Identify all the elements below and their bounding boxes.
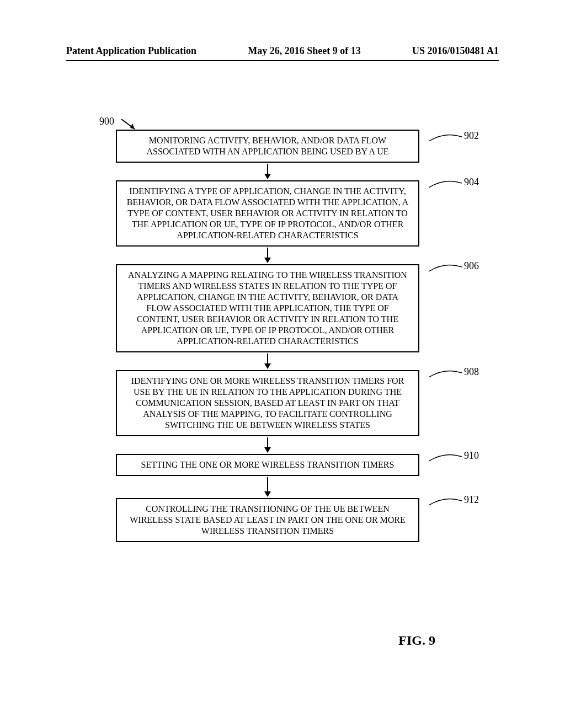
flow-step-text: ANALYZING A MAPPING RELATING TO THE WIRE… [128, 270, 407, 346]
callout-number: 908 [464, 366, 479, 377]
header-center: May 26, 2016 Sheet 9 of 13 [248, 45, 360, 57]
flow-step-908: IDENTIFYING ONE OR MORE WIRELESS TRANSIT… [116, 370, 419, 436]
callout-line-906: 906 [429, 260, 479, 272]
callout-line-902: 902 [429, 130, 479, 142]
flow-step-904: IDENTIFYING A TYPE OF APPLICATION, CHANG… [116, 180, 419, 247]
flow-connector [116, 248, 419, 263]
flow-connector [116, 437, 419, 453]
flow-step-910: SETTING THE ONE OR MORE WIRELESS TRANSIT… [116, 454, 419, 476]
flow-connector [116, 354, 419, 369]
flow-step-text: SETTING THE ONE OR MORE WIRELESS TRANSIT… [141, 460, 395, 469]
svg-marker-5 [264, 258, 271, 263]
flow-step-906: ANALYZING A MAPPING RELATING TO THE WIRE… [116, 264, 419, 352]
callout-line-904: 904 [429, 176, 479, 189]
callout-number: 910 [464, 450, 479, 461]
flow-step-902: MONITORING ACTIVITY, BEHAVIOR, AND/OR DA… [116, 130, 419, 163]
flow-step-text: MONITORING ACTIVITY, BEHAVIOR, AND/OR DA… [146, 136, 388, 156]
figure-reference-label: 900 [99, 116, 114, 127]
page: Patent Application Publication May 26, 2… [0, 0, 565, 728]
header-left: Patent Application Publication [66, 45, 196, 57]
callout-number: 904 [464, 176, 479, 188]
callout-number: 902 [464, 130, 479, 141]
figure-caption: FIG. 9 [398, 633, 435, 648]
svg-marker-7 [264, 363, 271, 369]
flow-connector [116, 477, 419, 497]
callout-line-912: 912 [429, 494, 479, 506]
flow-step-912: CONTROLLING THE TRANSITIONING OF THE UE … [116, 498, 419, 542]
callout-line-908: 908 [429, 366, 479, 378]
flow-step-text: IDENTIFYING A TYPE OF APPLICATION, CHANG… [127, 186, 408, 240]
callout-number: 906 [464, 260, 479, 271]
page-header: Patent Application Publication May 26, 2… [66, 45, 499, 61]
svg-marker-11 [264, 491, 271, 497]
svg-marker-3 [264, 174, 271, 179]
callout-line-910: 910 [429, 449, 479, 462]
flow-connector [116, 164, 419, 179]
flow-step-text: IDENTIFYING ONE OR MORE WIRELESS TRANSIT… [131, 376, 404, 430]
callout-number: 912 [464, 494, 479, 505]
svg-marker-9 [264, 447, 271, 453]
flow-step-text: CONTROLLING THE TRANSITIONING OF THE UE … [130, 504, 406, 536]
header-right: US 2016/0150481 A1 [412, 45, 499, 57]
flowchart: MONITORING ACTIVITY, BEHAVIOR, AND/OR DA… [116, 130, 419, 542]
